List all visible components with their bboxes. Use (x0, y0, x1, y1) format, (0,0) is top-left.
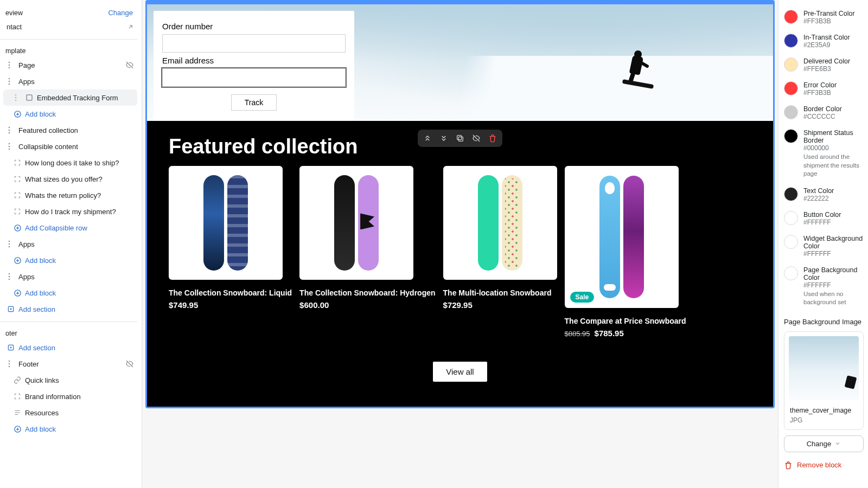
drag-icon (13, 93, 22, 102)
add-collapsible-row[interactable]: Add Collapsible row (3, 220, 137, 236)
left-sidebar: eview Change ntact mplate Page Apps Embe… (0, 0, 142, 488)
product-3[interactable]: Sale The Compare at Price Snowboard $885… (565, 166, 686, 338)
contact-item[interactable]: ntact (3, 19, 137, 35)
add-section-footer[interactable]: Add section (3, 339, 137, 356)
bg-file-type: JPG (790, 416, 858, 424)
svg-point-16 (9, 149, 10, 150)
color-swatch[interactable] (784, 81, 798, 95)
faq-row-3[interactable]: How do I track my shipment? (3, 203, 137, 220)
hidden-icon (125, 359, 134, 368)
color-swatch[interactable] (784, 10, 798, 24)
color-swatch[interactable] (784, 105, 798, 119)
color-hex: #FFE6B3 (803, 65, 850, 73)
color-row-7[interactable]: Button Color#FFFFFF (783, 208, 868, 232)
svg-point-11 (9, 127, 10, 129)
add-section-1[interactable]: Add section (3, 301, 137, 317)
add-block-1[interactable]: Add block (3, 106, 137, 122)
add-block-2[interactable]: Add block (3, 252, 137, 268)
color-row-3[interactable]: Error Color#FF3B3B (783, 78, 868, 102)
color-row-9[interactable]: Page Background Color#FFFFFFUsed when no… (783, 263, 868, 312)
color-name: Page Background Color (803, 266, 865, 281)
section-apps[interactable]: Apps (3, 73, 137, 89)
remove-block-button[interactable]: Remove block (783, 452, 868, 474)
section-collapsible-content[interactable]: Collapsible content (3, 138, 137, 155)
change-link[interactable]: Change (108, 9, 133, 17)
preview-frame: Order number Email address Track Feature… (145, 0, 775, 408)
link-icon (13, 376, 22, 384)
plus-circle-icon (13, 256, 22, 265)
color-name: In-Transit Color (803, 34, 850, 41)
svg-point-13 (9, 132, 10, 134)
footer-heading: oter (3, 324, 137, 339)
color-row-0[interactable]: Pre-Transit Color#FF3B3B (783, 7, 868, 30)
bg-image-thumb[interactable] (789, 336, 859, 400)
faq-row-1[interactable]: What sizes do you offer? (3, 171, 137, 187)
footer-resources[interactable]: Resources (3, 404, 137, 421)
faq-row-2[interactable]: Whats the return policy? (3, 187, 137, 203)
product-0[interactable]: The Collection Snowboard: Liquid $749.95 (169, 166, 292, 338)
duplicate-icon[interactable] (455, 133, 465, 144)
color-row-5[interactable]: Shipment Status Border#000000Used around… (783, 126, 868, 184)
footer-quick-links[interactable]: Quick links (3, 372, 137, 388)
color-swatch[interactable] (784, 187, 798, 201)
product-price: $600.00 (299, 300, 435, 310)
color-swatch[interactable] (784, 235, 798, 249)
color-name: Pre-Transit Color (803, 10, 855, 17)
section-apps-3[interactable]: Apps (3, 268, 137, 285)
svg-rect-32 (458, 137, 463, 141)
preview-heading: eview (5, 9, 23, 17)
svg-point-0 (9, 62, 10, 63)
color-name: Border Color (803, 105, 842, 113)
product-1[interactable]: The Collection Snowboard: Hydrogen $600.… (299, 166, 435, 338)
color-swatch[interactable] (784, 57, 798, 72)
bg-file-name: theme_cover_image (790, 407, 858, 414)
bracket-icon (13, 158, 22, 167)
color-name: Delivered Color (803, 57, 850, 65)
delete-icon[interactable] (487, 133, 498, 144)
plus-circle-icon (13, 110, 22, 118)
color-swatch[interactable] (784, 129, 798, 143)
section-page[interactable]: Page (3, 57, 137, 73)
block-icon (25, 93, 34, 102)
color-row-8[interactable]: Widget Background Color#FFFFFF (783, 232, 868, 263)
section-featured-collection[interactable]: Featured collection (3, 122, 137, 138)
color-swatch[interactable] (784, 34, 798, 48)
block-embedded-tracking-form[interactable]: Embedded Tracking Form (3, 89, 137, 106)
product-2[interactable]: The Multi-location Snowboard $729.95 (443, 166, 557, 338)
section-apps-2[interactable]: Apps (3, 236, 137, 252)
right-panel: Pre-Transit Color#FF3B3BIn-Transit Color… (778, 0, 868, 488)
color-hex: #222222 (803, 195, 834, 202)
color-swatch[interactable] (784, 266, 798, 280)
color-row-1[interactable]: In-Transit Color#2E35A9 (783, 30, 868, 54)
email-input[interactable] (162, 68, 346, 87)
faq-row-0[interactable]: How long does it take to ship? (3, 155, 137, 171)
external-icon (127, 23, 134, 30)
svg-point-22 (9, 273, 10, 275)
template-heading: mplate (3, 42, 137, 57)
color-name: Error Color (803, 81, 837, 89)
view-all-button[interactable]: View all (433, 362, 487, 382)
move-down-icon[interactable] (438, 133, 449, 144)
color-row-4[interactable]: Border Color#CCCCCC (783, 102, 868, 126)
hidden-icon (125, 61, 134, 69)
hide-icon[interactable] (471, 133, 482, 144)
drag-icon (7, 272, 15, 281)
color-swatch[interactable] (784, 211, 798, 225)
color-row-6[interactable]: Text Color#222222 (783, 184, 868, 208)
svg-point-1 (9, 65, 10, 66)
footer-brand-info[interactable]: Brand information (3, 388, 137, 404)
change-image-button[interactable]: Change (784, 435, 864, 452)
color-hex: #FFFFFF (803, 219, 841, 226)
order-number-input[interactable] (162, 34, 346, 53)
svg-point-2 (9, 67, 10, 69)
product-title: The Collection Snowboard: Liquid (169, 288, 292, 297)
add-block-3[interactable]: Add block (3, 285, 137, 301)
product-price: $729.95 (443, 300, 557, 310)
trash-icon (784, 461, 793, 470)
color-hex: #FF3B3B (803, 89, 837, 97)
track-button[interactable]: Track (231, 94, 277, 111)
move-up-icon[interactable] (422, 133, 433, 144)
add-block-footer[interactable]: Add block (3, 421, 137, 437)
color-row-2[interactable]: Delivered Color#FFE6B3 (783, 54, 868, 78)
footer-section[interactable]: Footer (3, 356, 137, 372)
